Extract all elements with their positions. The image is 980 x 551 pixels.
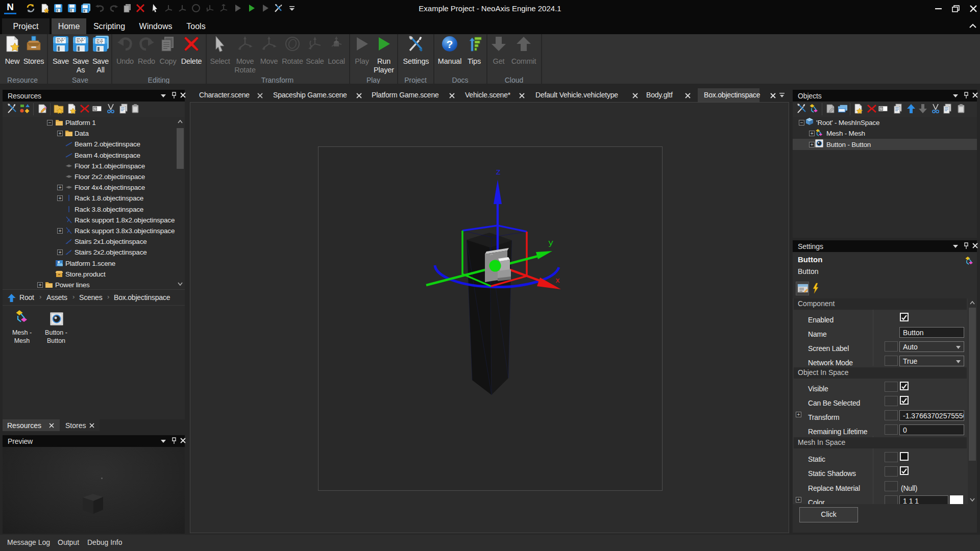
svg-text:x: x [555,277,560,285]
svg-text:y: y [548,238,553,248]
svg-text:?: ? [447,38,453,50]
svg-text:z: z [496,167,501,177]
